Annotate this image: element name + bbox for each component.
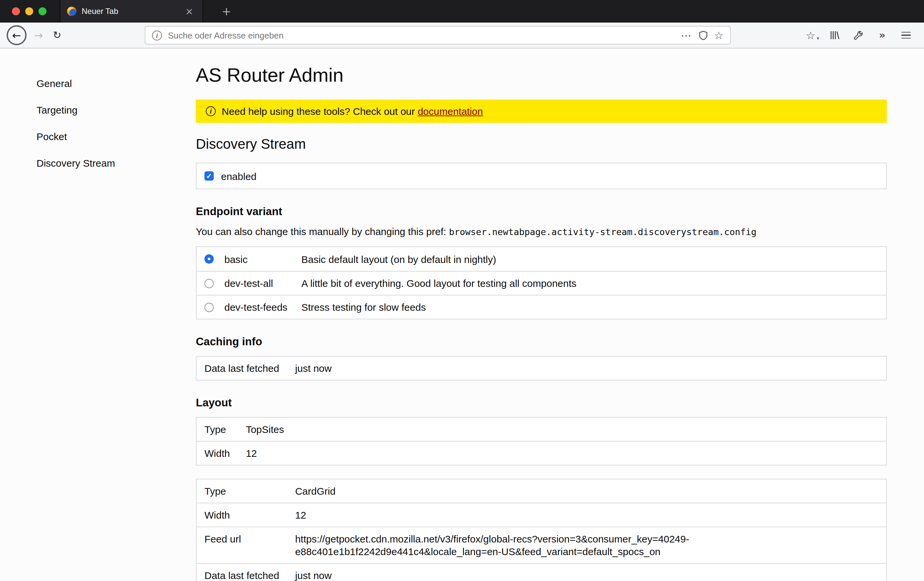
row-label: Type (196, 417, 238, 441)
table-row: Width 12 (196, 441, 886, 465)
enabled-toggle-row: enabled (196, 163, 887, 189)
new-tab-button[interactable]: + (213, 0, 241, 23)
layout-heading: Layout (196, 396, 887, 409)
option-row-basic[interactable]: basic Basic default layout (on by defaul… (196, 247, 886, 271)
option-row-dev-test-all[interactable]: dev-test-all A little bit of everything.… (196, 271, 886, 295)
bookmarks-menu-icon[interactable]: ☆ ▾ (805, 29, 817, 41)
sidebar-item-general[interactable]: General (36, 78, 196, 89)
row-label: Width (196, 503, 287, 527)
page-actions-icon[interactable]: ⋯ (681, 29, 692, 41)
table-row: Type TopSites (196, 417, 886, 441)
row-label: Type (196, 479, 287, 503)
row-value: 12 (238, 441, 886, 465)
back-button[interactable]: ← (7, 25, 26, 45)
url-bar[interactable]: i ⋯ ☆ (145, 26, 731, 45)
help-banner-text: Need help using these tools? Check out o… (222, 106, 483, 117)
enabled-checkbox[interactable] (205, 171, 214, 181)
radio-basic[interactable] (205, 254, 214, 264)
row-value: just now (287, 563, 886, 581)
layout-table-cardgrid: Type CardGrid Width 12 Feed url https://… (196, 479, 887, 581)
radio-dev-test-feeds[interactable] (205, 302, 214, 312)
table-row: Feed url https://getpocket.cdn.mozilla.n… (196, 527, 886, 563)
developer-tools-icon[interactable] (852, 29, 864, 41)
minimize-window-button[interactable] (25, 7, 33, 15)
page-content: General Targeting Pocket Discovery Strea… (0, 48, 924, 581)
menu-icon[interactable] (900, 29, 912, 41)
endpoint-options-table: basic Basic default layout (on by defaul… (196, 246, 887, 319)
tab-title: Neuer Tab (82, 7, 178, 16)
caret-down-icon: ▾ (817, 36, 819, 41)
table-row: Data last fetched just now (196, 563, 886, 581)
close-window-button[interactable] (12, 7, 20, 15)
sidebar-item-discovery-stream[interactable]: Discovery Stream (36, 157, 196, 168)
radio-dev-test-all[interactable] (205, 279, 214, 288)
url-input[interactable] (168, 30, 675, 40)
option-description: Stress testing for slow feeds (301, 302, 426, 313)
page-title: AS Router Admin (196, 64, 887, 86)
row-value: https://getpocket.cdn.mozilla.net/v3/fir… (287, 527, 886, 563)
option-name: basic (224, 253, 301, 265)
row-label: Data last fetched (196, 356, 287, 380)
firefox-favicon (67, 7, 76, 16)
option-name: dev-test-all (224, 277, 301, 289)
table-row: Type CardGrid (196, 479, 886, 503)
pref-hint: You can also change this manually by cha… (196, 226, 887, 237)
sidebar-item-targeting[interactable]: Targeting (36, 104, 196, 116)
sidebar-item-pocket[interactable]: Pocket (36, 131, 196, 142)
row-label: Data last fetched (196, 563, 287, 581)
row-value: 12 (287, 503, 886, 527)
option-description: Basic default layout (on by default in n… (301, 253, 496, 265)
row-value: just now (287, 356, 886, 380)
option-row-dev-test-feeds[interactable]: dev-test-feeds Stress testing for slow f… (196, 295, 886, 319)
layout-table-topsites: Type TopSites Width 12 (196, 417, 887, 465)
overflow-chevron-icon[interactable]: » (876, 29, 888, 41)
caching-info-heading: Caching info (196, 335, 887, 348)
forward-button[interactable]: → (29, 26, 48, 45)
option-description: A little bit of everything. Good layout … (301, 277, 576, 289)
navigation-toolbar: ← → ↻ i ⋯ ☆ ☆ ▾ » (0, 23, 924, 48)
bookmark-star-icon[interactable]: ☆ (714, 29, 724, 41)
table-row: Data last fetched just now (196, 356, 886, 380)
main-panel: AS Router Admin i Need help using these … (196, 48, 887, 581)
row-label: Feed url (196, 527, 287, 563)
toolbar-icons: ☆ ▾ » (805, 29, 912, 41)
row-value: CardGrid (287, 479, 886, 503)
row-label: Width (196, 441, 238, 465)
maximize-window-button[interactable] (38, 7, 46, 15)
tab-close-icon[interactable]: × (183, 5, 196, 17)
row-value: TopSites (238, 417, 886, 441)
help-banner: i Need help using these tools? Check out… (196, 100, 887, 123)
enabled-label: enabled (221, 170, 257, 182)
window-controls (0, 0, 60, 23)
section-title: Discovery Stream (196, 136, 887, 152)
library-icon[interactable] (828, 29, 840, 41)
caching-table: Data last fetched just now (196, 356, 887, 380)
page-info-icon[interactable]: i (152, 30, 162, 40)
endpoint-variant-heading: Endpoint variant (196, 205, 887, 218)
sidebar: General Targeting Pocket Discovery Strea… (0, 48, 196, 581)
table-row: Width 12 (196, 503, 886, 527)
titlebar: Neuer Tab × + (0, 0, 924, 23)
reload-button[interactable]: ↻ (48, 26, 66, 45)
browser-tab[interactable]: Neuer Tab × (60, 0, 203, 23)
documentation-link[interactable]: documentation (417, 106, 483, 117)
browser-window: Neuer Tab × + ← → ↻ i ⋯ ☆ ☆ ▾ (0, 0, 924, 581)
pref-name: browser.newtabpage.activity-stream.disco… (449, 226, 757, 237)
shield-icon[interactable] (698, 30, 708, 40)
info-icon: i (206, 106, 216, 116)
option-name: dev-test-feeds (224, 302, 301, 313)
